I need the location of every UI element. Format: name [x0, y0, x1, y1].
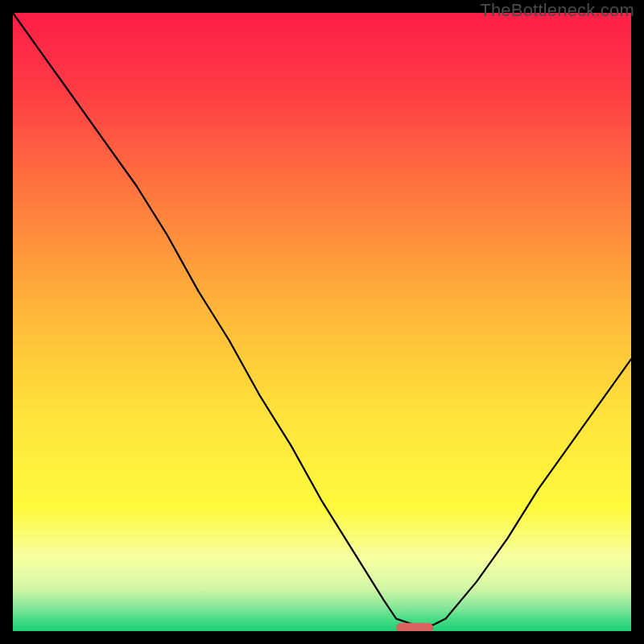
watermark-text: TheBottleneck.com — [480, 0, 634, 21]
chart-frame: TheBottleneck.com — [0, 0, 644, 644]
gradient-background — [13, 13, 631, 631]
bottleneck-marker — [396, 623, 433, 631]
plot-area — [13, 13, 631, 631]
chart-svg — [13, 13, 631, 631]
